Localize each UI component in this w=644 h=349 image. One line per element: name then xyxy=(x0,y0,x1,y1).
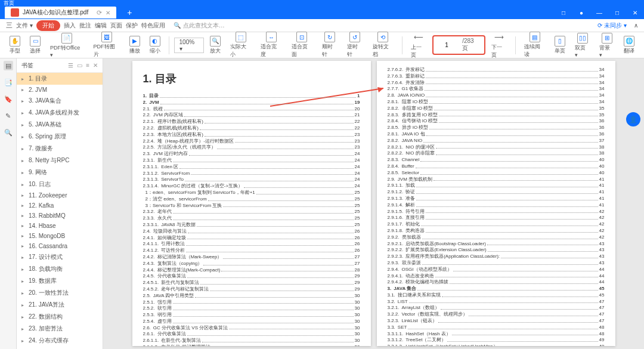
start-tab[interactable]: 开始 xyxy=(36,20,60,31)
tool-背景 ▾[interactable]: ⊞背景 ▾ xyxy=(596,33,618,58)
hamburger-icon[interactable]: 三 xyxy=(6,21,13,30)
toc-entry[interactable]: 2.3.JVM 运行时内存24 xyxy=(143,151,360,157)
toc-entry[interactable]: 2.8.4.信号驱动 IO 模型36 xyxy=(388,118,605,125)
toc-entry[interactable]: 2.4.5.分代收集算法29 xyxy=(143,273,360,280)
toc-entry[interactable]: 2：清空 eden、servicorFrom25 xyxy=(143,196,360,203)
bookmark-item[interactable]: ▸21. JAVA算法 xyxy=(17,299,103,311)
win-btn-1[interactable]: □ xyxy=(555,6,572,19)
toc-entry[interactable]: 3.2.LIST47 xyxy=(388,299,605,305)
close-button[interactable]: ✕ xyxy=(626,6,644,19)
toc-entry[interactable]: 2.2.3.本地方法区(线程私有)23 xyxy=(143,132,360,138)
search-box[interactable]: 🔍点此查找文本… xyxy=(174,21,225,30)
toc-entry[interactable]: 2.6.GC 分代收集算法 VS 分区收集算法30 xyxy=(143,325,360,332)
toc-entry[interactable]: 2.8.3.多路复用 IO 模型35 xyxy=(388,112,605,119)
document-tab[interactable]: JAVA核心知识点整理.pdf ⟳ ✕ xyxy=(5,7,116,18)
toc-entry[interactable]: 2.8.4.Buffer40 xyxy=(388,163,605,170)
toc-entry[interactable]: 2.4.2.标记清除算法（Mark-Sweep）27 xyxy=(143,254,360,261)
tool-适合页面[interactable]: ⊡适合页面 xyxy=(288,32,316,58)
toc-entry[interactable]: 2.9.4.1.动态改变构造44 xyxy=(388,273,605,280)
bookmark-item[interactable]: ▸23. 加密算法 xyxy=(17,323,103,335)
toc-entry[interactable]: 2.3.1.4.MinorGC 的过程（复制->清空->互换）24 xyxy=(143,183,360,190)
menu-insert[interactable]: 插入 xyxy=(64,21,76,30)
toc-entry[interactable]: 2.7.6.3.重新标记34 xyxy=(388,73,605,80)
toc-entry[interactable]: 2.8.5.Selector40 xyxy=(388,170,605,177)
annotate-icon[interactable]: ✎ xyxy=(4,111,13,121)
toc-entry[interactable]: 2.4.4.标记整理算法(Mark-Compact)28 xyxy=(143,267,360,274)
toc-entry[interactable]: 2.4.1.1.引用计数法26 xyxy=(143,241,360,248)
toc-entry[interactable]: 2.5.3.弱引用30 xyxy=(143,312,360,319)
bookmark-item[interactable]: ▸8. Netty 与RPC xyxy=(17,155,103,166)
new-tab-button[interactable]: + xyxy=(127,8,132,17)
toc-entry[interactable]: 2.1.线程20 xyxy=(143,106,360,113)
toc-entry[interactable]: 2.7.7.G1 收集器34 xyxy=(388,86,605,92)
win-btn-2[interactable]: ● xyxy=(572,6,590,19)
toc-entry[interactable]: 2.8.1.阻塞 IO 模型34 xyxy=(388,99,605,106)
menu-edit[interactable]: 编辑 xyxy=(95,21,107,30)
toc-entry[interactable]: 2.4.3.复制算法（copying）27 xyxy=(143,261,360,267)
tool-实际大小[interactable]: ⬚实际大小 xyxy=(227,32,255,58)
tool-顺时针[interactable]: ↻顺时针 xyxy=(318,32,341,58)
bookmark-item[interactable]: ▸1. 目录 xyxy=(17,73,103,85)
panel-icon-1[interactable]: ☰ xyxy=(68,62,73,69)
toc-entry[interactable]: 2.3.2.老年代25 xyxy=(143,209,360,215)
bookmark-item[interactable]: ▸22. 数据结构 xyxy=(17,311,103,323)
tool-缩小[interactable]: ◐缩小 xyxy=(146,36,164,55)
toc-entry[interactable]: 2.9.1.7.初始化42 xyxy=(388,221,605,228)
toc-entry[interactable]: 3.2.2.Vector（数组实现、线程同步）47 xyxy=(388,311,605,318)
panel-close-icon[interactable]: ✕ xyxy=(93,62,98,69)
file-menu[interactable]: 文件 ▾ xyxy=(16,21,33,30)
zoom-display[interactable]: 100% ▾ xyxy=(174,38,205,53)
toc-entry[interactable]: 2.7.6.2.并发标记34 xyxy=(388,67,605,73)
bookmark-item[interactable]: ▸20. 一致性算法 xyxy=(17,287,103,299)
page-input[interactable] xyxy=(435,42,459,48)
toc-entry[interactable]: 2.8.2.1.NIO 的缓冲区38 xyxy=(388,144,605,151)
toc-entry[interactable]: 2.8.2.2.NIO 的非阻塞38 xyxy=(388,150,605,157)
help-icon[interactable]: ∧ xyxy=(634,22,638,29)
toc-entry[interactable]: 2.6.1.分代收集算法30 xyxy=(143,331,360,338)
toc-entry[interactable]: 2.6.1.2.在老年代-标记整理算法30 xyxy=(143,344,360,346)
toc-entry[interactable]: 2.3.1.2.ServivorFrom24 xyxy=(143,171,360,177)
tool-连续阅读[interactable]: ▤连续阅读 xyxy=(521,32,549,58)
toc-entry[interactable]: 2.9.2.2.扩展类加载器(Extension ClassLoader)43 xyxy=(388,247,605,254)
toc-entry[interactable]: 2.9.1.3.准备41 xyxy=(388,196,605,202)
toc-entry[interactable]: 2.9.1.8.类构造器 42 xyxy=(388,228,605,234)
toc-entry[interactable]: 2.9.4.2.模块化编程与热插拔44 xyxy=(388,279,605,286)
tool-翻译[interactable]: 🌐翻译 xyxy=(620,36,638,55)
toc-entry[interactable]: 2.8.JAVA IO/NIO34 xyxy=(388,92,605,99)
sync-status[interactable]: ⟳ 未同步 ▾ xyxy=(597,21,627,30)
next-page-group[interactable]: ⟶下一页 xyxy=(488,31,510,59)
bookmark-item[interactable]: ▸5. JAVA基础 xyxy=(17,119,103,131)
toc-entry[interactable]: 2.7.6.4.并发清除34 xyxy=(388,80,605,87)
toc-entry[interactable]: 2.9.JVM 类加载机制41 xyxy=(388,177,605,183)
bookmark-icon[interactable]: 🔖 xyxy=(4,94,13,104)
prev-page-group[interactable]: ⟵上一页 xyxy=(407,31,430,59)
bookmark-item[interactable]: ▸13. RabbitMQ xyxy=(17,211,103,221)
bookmark-item[interactable]: ▸11. Zookeeper xyxy=(17,190,103,200)
toc-entry[interactable]: 2.9.4.OSGI（动态模型系统）44 xyxy=(388,267,605,273)
tool-PDF转图片[interactable]: 🖼PDF转图片 xyxy=(90,32,123,58)
toc-entry[interactable]: 3.2.3.LinkList（链表）47 xyxy=(388,318,605,325)
toc-entry[interactable]: 3.2.1.ArrayList（数组）47 xyxy=(388,305,605,311)
tool-PDF转Office ▾[interactable]: 📄PDF转Office ▾ xyxy=(47,33,88,58)
bookmark-item[interactable]: ▸17. 设计模式 xyxy=(17,251,103,263)
toc-entry[interactable]: 3.JAVA 集合45 xyxy=(388,286,605,292)
toc-entry[interactable]: 2.3.3.永久代25 xyxy=(143,215,360,222)
toc-entry[interactable]: 2.3.1.1.Eden 区24 xyxy=(143,164,360,171)
toc-entry[interactable]: 2.9.3.双亲委派43 xyxy=(388,260,605,267)
toc-entry[interactable]: 2.8.5.异步 IO 模型36 xyxy=(388,125,605,131)
toc-entry[interactable]: 2.6.1.1.在新生代-复制算法30 xyxy=(143,338,360,344)
search-rail-icon[interactable]: 🔍 xyxy=(4,128,13,137)
close-tab-icon[interactable]: ✕ xyxy=(106,10,110,16)
panel-icon-2[interactable]: ▭ xyxy=(77,62,82,69)
bookmark-item[interactable]: ▸15. MongoDB xyxy=(17,231,103,241)
toc-entry[interactable]: 1：eden、servicorFrom 复制到 ServicorTo，年龄+12… xyxy=(143,190,360,196)
bookmark-item[interactable]: ▸24. 分布式缓存 xyxy=(17,335,103,347)
toc-entry[interactable]: 2.2.1.程序计数器(线程私有)22 xyxy=(143,119,360,125)
toc-entry[interactable]: 2.9.1.1.加载41 xyxy=(388,183,605,189)
tool-播放[interactable]: ▶播放 xyxy=(126,36,144,55)
toc-entry[interactable]: 2.5.1.强引用30 xyxy=(143,299,360,306)
toc-entry[interactable]: 2.9.1.2.验证41 xyxy=(388,189,605,196)
bookmark-item[interactable]: ▸4. JAVA多线程并发 xyxy=(17,107,103,119)
toc-entry[interactable]: 3.3.1.1.HashSet（Hash 表）48 xyxy=(388,331,605,338)
toc-entry[interactable]: 2.5.JAVA 四中引用类型30 xyxy=(143,293,360,299)
